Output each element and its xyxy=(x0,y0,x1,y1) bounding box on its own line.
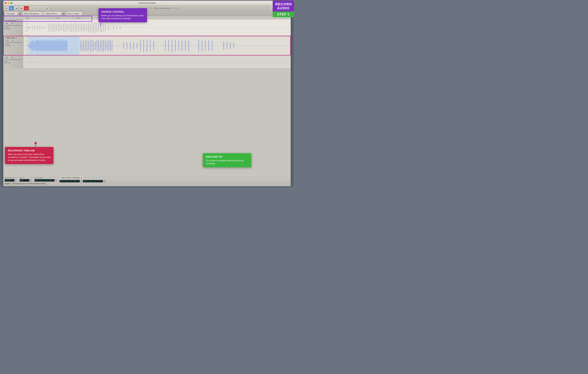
start-up[interactable]: ▲ xyxy=(80,180,82,181)
svg-rect-89 xyxy=(62,41,62,50)
svg-rect-126 xyxy=(165,41,166,51)
meter-area[interactable]: -57 -54 -51 -48 -45 -42 -3 Click to Star… xyxy=(52,7,267,9)
mute-button-2[interactable]: Mute xyxy=(4,39,10,41)
solo-button-1[interactable]: Solo xyxy=(10,22,15,24)
play-button[interactable]: ▶ xyxy=(9,6,14,10)
solo-button-2[interactable]: Solo xyxy=(10,39,15,41)
snap-to-field: Snap-To Off ▲ ▼ xyxy=(20,177,32,182)
track-bit-depth-3: 32-bit float xyxy=(4,62,22,64)
svg-rect-109 xyxy=(102,40,102,51)
close-button[interactable] xyxy=(5,2,7,4)
draw-tool[interactable]: ✏ xyxy=(35,6,40,10)
svg-rect-67 xyxy=(43,39,44,52)
svg-rect-18 xyxy=(63,24,63,32)
mute-button-1[interactable]: Mute xyxy=(4,22,9,24)
core-audio-select[interactable]: Core Audio ▼ xyxy=(5,12,18,15)
microphone-select[interactable]: Built-in Microphone ▼ xyxy=(23,12,42,15)
another-tip-body: Try to keep a consistent volume during y… xyxy=(206,159,248,165)
position-up[interactable]: ▲ xyxy=(55,179,57,180)
gain-slider-3[interactable] xyxy=(5,59,21,60)
track-waveform-2[interactable]: 1.0 0.5 0.0 -0.5 -1.0 xyxy=(23,36,290,55)
snap-to-value[interactable]: Off xyxy=(20,179,29,182)
track-info-2: 44100Hz 32-bit float xyxy=(4,43,23,46)
gain-slider-2[interactable] xyxy=(5,42,21,43)
microphone-arrow: ▼ xyxy=(40,13,41,14)
track-close-1[interactable]: ✕ xyxy=(4,20,5,22)
audio-position-field: Audio Position 00 h 03 m 10.103 s ▲ ▼ xyxy=(34,177,57,182)
mic-tool[interactable]: 🎤 xyxy=(45,6,50,10)
svg-rect-5 xyxy=(37,26,38,30)
track-waveform-1[interactable]: 1.0 0.5 0.0 -0.5 -1.0 xyxy=(23,19,291,36)
track-info-1: 44100Hz 32-bit float xyxy=(4,27,22,30)
lr-label-2: L xyxy=(4,42,5,43)
core-audio-arrow: ▼ xyxy=(15,13,17,14)
output-label: Built-in Output xyxy=(67,13,79,15)
maximize-button[interactable] xyxy=(10,2,12,4)
audio-position-value[interactable]: 00 h 03 m 10.103 s xyxy=(34,179,54,182)
channel-label: 1 (Mono) Recor... xyxy=(44,13,58,15)
svg-rect-108 xyxy=(100,41,100,50)
waveform-svg-3 xyxy=(23,55,291,68)
track-waveform-3[interactable] xyxy=(23,55,291,68)
monitoring-label[interactable]: Click to Start Monitoring xyxy=(153,7,170,9)
toolbar: ⏸ ▶ ⏮ ⏭ ● I ✏ ✂ 🎤 -57 -54 -51 -48 -45 -4… xyxy=(3,5,291,11)
svg-rect-121 xyxy=(140,40,140,51)
selection-dropdown[interactable]: Start and End of Selection ▼ xyxy=(60,176,84,179)
record-button[interactable]: ● xyxy=(24,6,29,10)
svg-rect-101 xyxy=(88,41,89,50)
track-dropdown-1[interactable]: ▼ xyxy=(16,20,18,22)
solo-button-3[interactable]: Solo xyxy=(10,56,15,58)
track-dropdown-2[interactable]: ▼ xyxy=(16,37,17,39)
skip-back-button[interactable]: ⏮ xyxy=(14,6,19,10)
gain-slider-1[interactable] xyxy=(5,25,21,26)
separator-1 xyxy=(29,7,30,10)
track-close-2[interactable]: ✕ xyxy=(4,37,6,39)
svg-rect-138 xyxy=(212,41,212,50)
mute-button-3[interactable]: Mute xyxy=(4,56,9,58)
svg-rect-20 xyxy=(66,24,67,31)
svg-rect-103 xyxy=(92,40,92,51)
position-down[interactable]: ▼ xyxy=(55,181,57,182)
svg-rect-68 xyxy=(44,40,45,51)
svg-rect-10 xyxy=(50,23,50,32)
source-control-annotation: SOURCE CONTROL Before you do anything yo… xyxy=(98,8,147,22)
project-rate-field: Project Rate (Hz) 44100 ▲ ▼ xyxy=(5,177,17,182)
skip-forward-button[interactable]: ⏭ xyxy=(19,6,24,10)
cursor-tool[interactable]: I xyxy=(30,6,35,10)
r-label-3: R xyxy=(21,59,22,60)
svg-rect-26 xyxy=(76,23,77,32)
svg-rect-33 xyxy=(88,23,89,32)
source-control-title: SOURCE CONTROL xyxy=(101,11,144,13)
svg-rect-82 xyxy=(56,41,56,51)
erase-tool[interactable]: ✂ xyxy=(40,6,45,10)
svg-rect-43 xyxy=(105,24,105,31)
svg-rect-92 xyxy=(64,40,65,51)
rate-up[interactable]: ▲ xyxy=(15,179,17,180)
svg-rect-77 xyxy=(52,41,52,50)
minimize-button[interactable] xyxy=(8,2,10,4)
svg-rect-87 xyxy=(60,40,61,52)
separator-2 xyxy=(51,7,51,10)
rate-down[interactable]: ▼ xyxy=(15,181,17,182)
selection-arrow: ▼ xyxy=(81,177,82,179)
step-label: STEP 1 xyxy=(273,11,294,17)
output-select[interactable]: Built-in Output ▼ xyxy=(66,12,82,15)
svg-rect-53 xyxy=(32,41,32,50)
track-sample-rate-3: Mono, xyxy=(4,61,22,62)
svg-rect-34 xyxy=(90,24,90,32)
snap-up[interactable]: ▲ xyxy=(30,179,32,180)
end-up[interactable]: ▲ xyxy=(103,180,105,181)
position-stepper[interactable]: ▲ ▼ xyxy=(55,179,57,182)
svg-rect-22 xyxy=(70,24,70,32)
svg-rect-100 xyxy=(87,40,87,51)
pause-button[interactable]: ⏸ xyxy=(4,6,9,10)
snap-stepper[interactable]: ▲ ▼ xyxy=(30,179,32,182)
snap-down[interactable]: ▼ xyxy=(30,181,32,182)
project-rate-value[interactable]: 44100 xyxy=(5,179,14,182)
track-bit-depth-1: 32-bit float xyxy=(4,28,22,30)
svg-rect-41 xyxy=(102,23,102,32)
waveform-svg-1 xyxy=(23,19,291,36)
svg-rect-37 xyxy=(95,22,95,33)
channel-select[interactable]: 1 (Mono) Recor... ▼ xyxy=(43,12,62,15)
project-rate-stepper[interactable]: ▲ ▼ xyxy=(15,179,17,182)
